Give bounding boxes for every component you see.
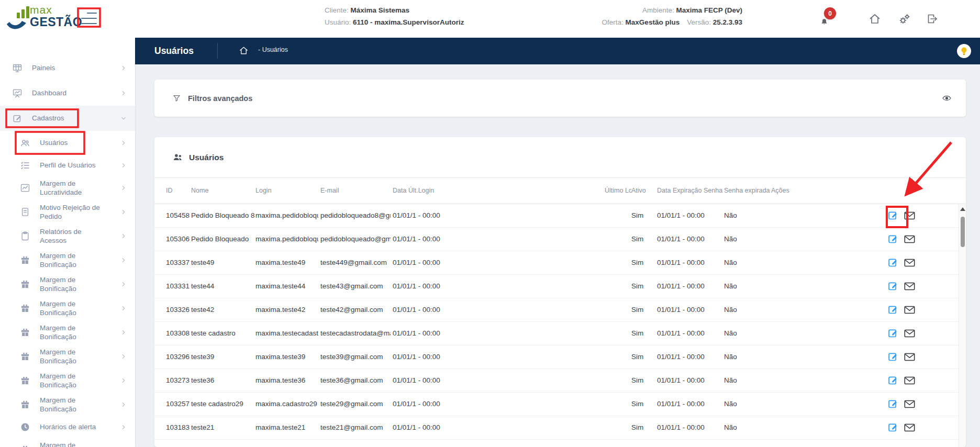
table-row[interactable]: 103337teste49maxima.teste49teste449@gmai… xyxy=(154,251,966,274)
chevron-right-icon xyxy=(120,162,127,169)
cell-ultimo_login xyxy=(605,321,631,345)
chevron-right-icon xyxy=(120,329,127,336)
column-header-data-expiracao-senha: Data Expiração Senha xyxy=(657,178,724,204)
scroll-up-arrow-icon[interactable] xyxy=(960,207,965,211)
sidebar-toggle-button[interactable] xyxy=(81,12,97,25)
notifications-button[interactable]: 0 xyxy=(819,6,840,31)
document-icon xyxy=(19,206,31,218)
logout-button[interactable] xyxy=(925,11,940,27)
edit-user-button[interactable] xyxy=(887,351,898,362)
user-label: Usuário: xyxy=(325,18,351,26)
sidebar-item-paineis[interactable]: Paineis xyxy=(0,55,135,81)
chevron-right-icon xyxy=(120,233,127,239)
cell-data_ult_login: 01/01/1 - 00:00 xyxy=(393,392,605,416)
cell-data_ult_login: 01/01/1 - 00:00 xyxy=(393,274,605,298)
sidebar-item-horarios-de-alerta[interactable]: Horários de alerta xyxy=(0,417,135,438)
cell-email: teste42@gmail.com xyxy=(320,298,393,321)
send-email-button[interactable] xyxy=(904,400,915,408)
send-email-button[interactable] xyxy=(904,353,915,361)
advanced-filters-panel[interactable]: Filtros avançados xyxy=(154,80,966,117)
edit-user-button[interactable] xyxy=(887,375,898,386)
sidebar-item-label: Margem de Bonificação xyxy=(40,441,105,447)
client-user-info: Cliente: Máxima Sistemas Usuário: 6110 -… xyxy=(325,4,464,28)
table-row[interactable]: 103308teste cadastromaxima.testecadastro… xyxy=(154,321,966,345)
cell-data_ult_login: 01/01/1 - 00:00 xyxy=(393,204,605,227)
sidebar-item-relatorios-de-acessos[interactable]: Relatórios de Acessos xyxy=(0,224,135,248)
sidebar-item-margem-de-bonificacao[interactable]: Margem de Bonificação xyxy=(0,393,135,417)
sidebar-item-margem-de-bonificacao[interactable]: Margem de Bonificação xyxy=(0,320,135,344)
cell-id: 103296 xyxy=(154,345,191,368)
table-row[interactable]: 103183teste21maxima.teste21teste21@gmail… xyxy=(154,416,966,439)
sidebar-item-label: Margem de Bonificação xyxy=(40,299,105,318)
cell-login: maxima.teste49 xyxy=(255,251,320,274)
logout-icon xyxy=(926,13,939,25)
sidebar-item-margem-de-bonificacao[interactable]: Margem de Bonificação xyxy=(0,438,135,447)
app-logo[interactable]: max GESTÃO xyxy=(5,3,76,35)
sidebar-item-margem-de-bonificacao[interactable]: Margem de Bonificação xyxy=(0,368,135,393)
sidebar-item-margem-de-lucratividade[interactable]: Margem de Lucratividade xyxy=(0,176,135,200)
cell-id: 103183 xyxy=(154,416,191,439)
help-tip-button[interactable] xyxy=(957,44,971,58)
table-row[interactable]: 103257teste cadastro29maxima.cadastro29t… xyxy=(154,392,966,416)
edit-user-button[interactable] xyxy=(887,233,898,244)
cell-nome: teste44 xyxy=(191,274,255,298)
sidebar-item-usuarios[interactable]: Usuários xyxy=(0,131,135,155)
cell-email: teste39@gmail.com xyxy=(320,345,393,368)
table-header-row: IDNomeLoginE-mailData Últ.LoginÚltimo Lo… xyxy=(154,178,966,204)
send-email-button[interactable] xyxy=(904,423,915,432)
table-row[interactable]: 103331teste44maxima.teste44teste43@gmail… xyxy=(154,274,966,298)
sidebar-item-margem-de-bonificacao[interactable]: Margem de Bonificação xyxy=(0,272,135,296)
cell-email: teste43@gmail.com xyxy=(320,274,393,298)
chevron-right-icon xyxy=(120,140,127,146)
send-email-button[interactable] xyxy=(904,259,915,267)
gift-icon xyxy=(19,444,31,447)
table-row[interactable]: 105306Pedido Bloqueadomaxima.pedidobloqu… xyxy=(154,227,966,251)
cell-nome: teste39 xyxy=(191,345,255,368)
send-email-button[interactable] xyxy=(904,376,915,385)
edit-user-button[interactable] xyxy=(887,398,898,409)
send-email-button[interactable] xyxy=(904,306,915,314)
table-row[interactable]: 103273teste36maxima.teste36teste36@gmail… xyxy=(154,368,966,392)
table-row[interactable]: 103326teste42maxima.teste42teste42@gmail… xyxy=(154,298,966,321)
send-email-button[interactable] xyxy=(904,211,915,220)
sidebar-item-dashboard[interactable]: Dashboard xyxy=(0,81,135,106)
edit-user-button[interactable] xyxy=(887,210,898,221)
send-email-button[interactable] xyxy=(904,235,915,243)
sidebar-item-motivo-rejeicao-de-pedido[interactable]: Motivo Rejeição de Pedido xyxy=(0,200,135,224)
cell-data_ult_login: 01/01/1 - 00:00 xyxy=(393,368,605,392)
table-row[interactable]: 103296teste39maxima.teste39teste39@gmail… xyxy=(154,345,966,368)
breadcrumb-home-icon[interactable] xyxy=(239,46,249,55)
edit-user-button[interactable] xyxy=(887,281,898,292)
home-button[interactable] xyxy=(867,11,883,27)
cell-acoes xyxy=(771,204,966,227)
notification-badge: 0 xyxy=(824,7,836,19)
edit-user-button[interactable] xyxy=(887,257,898,268)
cell-ativo: Sim xyxy=(631,392,657,416)
sidebar-item-label: Margem de Bonificação xyxy=(40,275,105,294)
column-header-acoes: Ações xyxy=(771,178,966,204)
edit-user-button[interactable] xyxy=(887,422,898,433)
sidebar-item-margem-de-bonificacao[interactable]: Margem de Bonificação xyxy=(0,296,135,320)
cell-id: 105306 xyxy=(154,227,191,251)
eye-icon[interactable] xyxy=(942,93,952,103)
table-scrollbar[interactable] xyxy=(959,204,966,447)
send-email-button[interactable] xyxy=(904,282,915,290)
sidebar-item-perfil-de-usuarios[interactable]: Perfil de Usuários xyxy=(0,155,135,176)
scrollbar-thumb[interactable] xyxy=(961,217,965,247)
sidebar-item-cadastros[interactable]: Cadastros xyxy=(0,106,135,131)
cell-login: maxima.teste36 xyxy=(255,368,320,392)
cell-login: maxima.teste39 xyxy=(255,345,320,368)
send-email-button[interactable] xyxy=(904,329,915,338)
settings-button[interactable] xyxy=(896,11,912,27)
sidebar-item-margem-de-bonificacao[interactable]: Margem de Bonificação xyxy=(0,248,135,272)
sidebar-item-label: Margem de Bonificação xyxy=(40,348,105,366)
edit-icon xyxy=(12,113,23,124)
edit-user-button[interactable] xyxy=(887,304,898,315)
edit-user-button[interactable] xyxy=(887,328,898,339)
cell-data_expiracao: 01/01/1 - 00:00 xyxy=(657,416,724,439)
cell-ativo: Sim xyxy=(631,251,657,274)
funnel-icon xyxy=(172,94,181,103)
sidebar-item-margem-de-bonificacao[interactable]: Margem de Bonificação xyxy=(0,344,135,368)
table-row[interactable]: 105458Pedido Bloqueado 8maxima.pedidoblo… xyxy=(154,204,966,227)
dashboard-icon xyxy=(12,87,23,99)
